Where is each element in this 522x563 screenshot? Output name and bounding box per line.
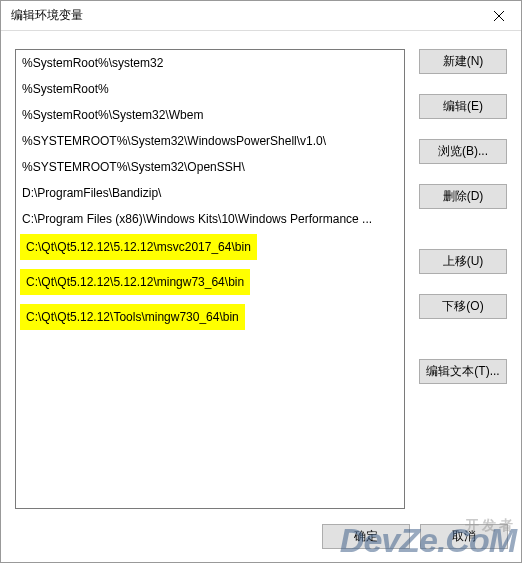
movedown-button[interactable]: 下移(O) (419, 294, 507, 319)
list-item[interactable]: C:\Qt\Qt5.12.12\5.12.12\mingw73_64\bin (20, 269, 250, 295)
delete-button[interactable]: 删除(D) (419, 184, 507, 209)
ok-button[interactable]: 确定 (322, 524, 410, 549)
list-item[interactable]: %SystemRoot%\system32 (16, 50, 404, 76)
moveup-button[interactable]: 上移(U) (419, 249, 507, 274)
close-button[interactable] (476, 1, 521, 31)
list-item[interactable]: %SYSTEMROOT%\System32\OpenSSH\ (16, 154, 404, 180)
list-item[interactable]: %SystemRoot%\System32\Wbem (16, 102, 404, 128)
edit-button[interactable]: 编辑(E) (419, 94, 507, 119)
list-item[interactable]: %SystemRoot% (16, 76, 404, 102)
cancel-button[interactable]: 取消 (420, 524, 508, 549)
list-item[interactable]: %SYSTEMROOT%\System32\WindowsPowerShell\… (16, 128, 404, 154)
dialog-footer: 确定 取消 (322, 524, 508, 549)
dialog-window: 编辑环境变量 %SystemRoot%\system32 %SystemRoot… (0, 0, 522, 563)
list-item[interactable]: C:\Program Files (x86)\Windows Kits\10\W… (16, 206, 404, 232)
titlebar: 编辑环境变量 (1, 1, 521, 31)
list-item[interactable]: C:\Qt\Qt5.12.12\Tools\mingw730_64\bin (20, 304, 245, 330)
new-button[interactable]: 新建(N) (419, 49, 507, 74)
list-item[interactable]: C:\Qt\Qt5.12.12\5.12.12\msvc2017_64\bin (20, 234, 257, 260)
browse-button[interactable]: 浏览(B)... (419, 139, 507, 164)
content-area: %SystemRoot%\system32 %SystemRoot% %Syst… (1, 31, 521, 562)
list-item[interactable]: D:\ProgramFiles\Bandizip\ (16, 180, 404, 206)
edittext-button[interactable]: 编辑文本(T)... (419, 359, 507, 384)
close-icon (494, 11, 504, 21)
path-listbox[interactable]: %SystemRoot%\system32 %SystemRoot% %Syst… (15, 49, 405, 509)
window-title: 编辑环境变量 (11, 7, 83, 24)
button-sidebar: 新建(N) 编辑(E) 浏览(B)... 删除(D) 上移(U) 下移(O) 编… (419, 49, 507, 548)
